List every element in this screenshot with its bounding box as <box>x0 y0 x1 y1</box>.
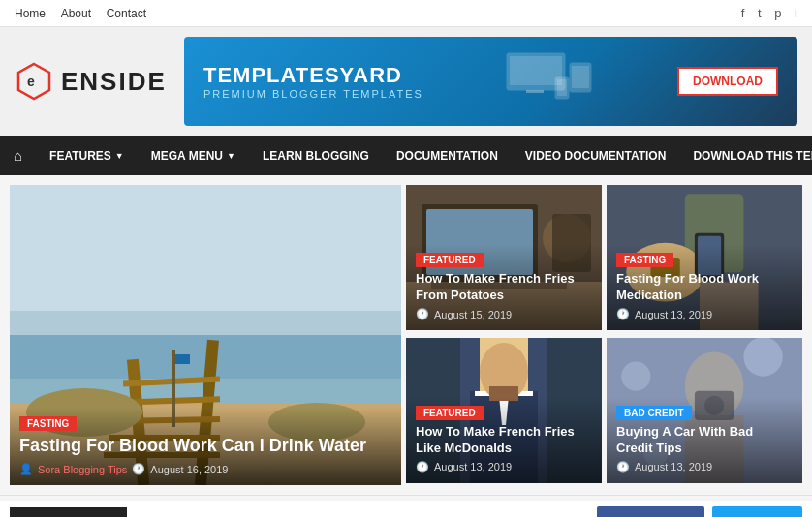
card-badge: BAD CREDIT <box>616 406 692 420</box>
clock-icon: 🕐 <box>616 308 630 320</box>
author-icon: 👤 <box>19 463 33 475</box>
card-badge: FASTING <box>616 253 673 267</box>
banner-devices-icon <box>502 48 599 114</box>
clock-icon: 🕐 <box>132 463 145 475</box>
svg-rect-2 <box>510 56 562 85</box>
card-author: Sora Blogging Tips <box>38 464 127 475</box>
clock-icon: 🕐 <box>616 461 630 473</box>
banner-brand: TEMPLATESYARD <box>203 63 423 88</box>
social-instagram-icon[interactable]: i <box>795 6 797 20</box>
card-title: Fasting For Blood Work Medication <box>616 271 793 304</box>
svg-rect-7 <box>557 79 567 96</box>
card-meta: 🕐 August 13, 2019 <box>616 308 793 320</box>
nav-download-template[interactable]: DOWNLOAD THIS TEMPLATE <box>679 137 812 174</box>
svg-rect-8 <box>10 185 401 320</box>
chevron-down-icon: ▼ <box>115 151 124 161</box>
divider <box>0 495 812 496</box>
card-date: August 15, 2019 <box>434 309 512 320</box>
top-bar-links: Home About Contact <box>15 6 158 20</box>
card-badge: FASTING <box>19 416 77 431</box>
header: e ENSIDE TEMPLATESYARD PREMIUM BLOGGER T… <box>0 27 812 136</box>
nav-about[interactable]: About <box>61 7 91 20</box>
logo-hexagon: e <box>15 62 53 101</box>
banner-download-button[interactable]: DOWNLOAD <box>677 67 778 96</box>
nav-features[interactable]: FEATURES ▼ <box>36 137 138 174</box>
social-pinterest-icon[interactable]: p <box>774 6 781 20</box>
card-title: How To Make French Fries Like McDonalds <box>416 424 592 457</box>
twitter-button[interactable]: t Twitter <box>712 506 802 518</box>
card-meta: 🕐 August 15, 2019 <box>416 308 592 320</box>
svg-point-56 <box>743 338 782 377</box>
social-buttons: f Facebook t Twitter <box>597 506 802 518</box>
card-meta: 👤 Sora Blogging Tips 🕐 August 16, 2019 <box>19 463 391 475</box>
nav-video-documentation[interactable]: VIDEO DOCUMENTATION <box>512 137 680 174</box>
featured-card-large[interactable]: FASTING Fasting For Blood Work Can I Dri… <box>10 185 401 485</box>
nav-learn-blogging[interactable]: LEARN BLOGGING <box>249 137 383 174</box>
top-bar: Home About Contact f t p i <box>0 0 812 27</box>
content-grid: FASTING Fasting For Blood Work Can I Dri… <box>0 175 812 495</box>
card-buying-car[interactable]: BAD CREDIT Buying A Car With Bad Credit … <box>607 338 802 483</box>
nav-documentation[interactable]: DOCUMENTATION <box>383 137 512 174</box>
card-date: August 13, 2019 <box>635 461 712 472</box>
nav-home-button[interactable]: ⌂ <box>0 136 36 175</box>
recent-posts-label: RECENT POSTS <box>10 507 127 517</box>
card-overlay: FEATURED How To Make French Fries Like M… <box>406 397 602 483</box>
logo: e ENSIDE <box>15 62 170 101</box>
card-title: How To Make French Fries From Potatoes <box>416 271 592 304</box>
svg-point-55 <box>621 361 650 390</box>
card-badge: FEATURED <box>416 406 484 420</box>
card-overlay: FEATURED How To Make French Fries From P… <box>406 244 602 330</box>
card-date: August 16, 2019 <box>150 464 228 475</box>
facebook-icon: f <box>616 514 621 518</box>
card-date: August 13, 2019 <box>434 461 512 472</box>
svg-rect-3 <box>526 90 544 93</box>
clock-icon: 🕐 <box>416 308 429 320</box>
facebook-button[interactable]: f Facebook <box>597 506 705 518</box>
recent-posts-bar: RECENT POSTS f Facebook t Twitter <box>0 501 812 517</box>
card-title: Buying A Car With Bad Credit Tips <box>616 424 793 457</box>
twitter-icon: t <box>732 514 736 518</box>
card-fasting-medication[interactable]: FASTING Fasting For Blood Work Medicatio… <box>607 185 802 330</box>
card-badge: FEATURED <box>416 253 484 267</box>
clock-icon: 🕐 <box>416 461 429 473</box>
main-nav: ⌂ FEATURES ▼ MEGA MENU ▼ LEARN BLOGGING … <box>0 136 812 175</box>
social-facebook-icon[interactable]: f <box>741 6 745 20</box>
nav-mega-menu[interactable]: MEGA MENU ▼ <box>138 137 249 174</box>
card-meta: 🕐 August 13, 2019 <box>616 461 793 473</box>
card-french-fries-potatoes[interactable]: FEATURED How To Make French Fries From P… <box>406 185 602 330</box>
card-french-fries-mcdonalds[interactable]: FEATURED How To Make French Fries Like M… <box>406 338 602 483</box>
card-overlay: FASTING Fasting For Blood Work Medicatio… <box>607 244 802 330</box>
card-meta: 🕐 August 13, 2019 <box>416 461 592 473</box>
social-twitter-icon[interactable]: t <box>758 6 762 20</box>
nav-home[interactable]: Home <box>15 7 46 20</box>
chevron-down-icon: ▼ <box>227 151 235 161</box>
home-icon: ⌂ <box>14 147 22 164</box>
ad-banner[interactable]: TEMPLATESYARD PREMIUM BLOGGER TEMPLATES … <box>184 37 797 126</box>
svg-rect-23 <box>175 354 190 364</box>
logo-name: ENSIDE <box>61 67 167 97</box>
logo-letter: e <box>27 74 35 89</box>
nav-contact[interactable]: Contact <box>107 7 146 20</box>
svg-rect-5 <box>572 66 589 88</box>
card-overlay: BAD CREDIT Buying A Car With Bad Credit … <box>607 397 802 483</box>
banner-text: TEMPLATESYARD PREMIUM BLOGGER TEMPLATES <box>203 63 423 100</box>
card-overlay-large: FASTING Fasting For Blood Work Can I Dri… <box>10 408 401 485</box>
card-date: August 13, 2019 <box>635 309 712 320</box>
top-bar-social: f t p i <box>732 6 797 20</box>
banner-tagline: PREMIUM BLOGGER TEMPLATES <box>203 88 423 100</box>
card-title: Fasting For Blood Work Can I Drink Water <box>19 435 391 457</box>
